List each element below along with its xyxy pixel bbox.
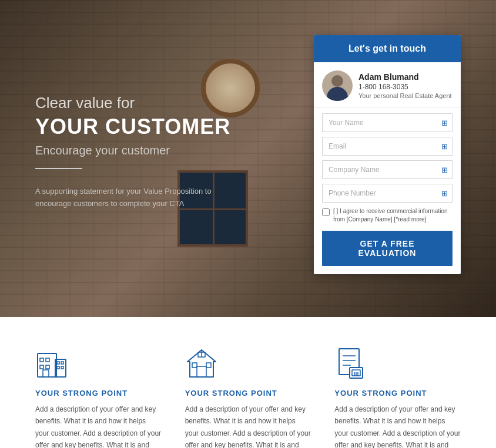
feature-item-3: YOUR STRONG POINT Add a description of y…: [334, 346, 461, 448]
agent-phone: 1-800 168-3035: [358, 83, 452, 91]
feature-desc-1: Add a description of your offer and key …: [35, 403, 162, 448]
svg-rect-8: [57, 362, 59, 364]
feature-item-2: YOUR STRONG POINT Add a description of y…: [185, 346, 311, 448]
feature-desc-3: Add a description of your offer and key …: [334, 403, 461, 448]
feature-title-3: YOUR STRONG POINT: [334, 389, 461, 398]
svg-rect-1: [40, 358, 43, 362]
hero-text-block: Clear value for YOUR CUSTOMER Encourage …: [35, 94, 247, 210]
contact-card: Let's get in touch Adam Blumand 1-800 16…: [314, 35, 461, 274]
svg-rect-3: [40, 365, 43, 369]
email-field-group: ⊞: [322, 137, 453, 156]
svg-rect-14: [192, 363, 197, 368]
svg-rect-15: [206, 363, 211, 368]
hero-sub-heading: Encourage your customer: [35, 144, 247, 157]
name-field-group: ⊞: [322, 113, 453, 132]
document-icon: [334, 346, 367, 379]
hero-tagline: Clear value for: [35, 94, 247, 112]
hero-main-heading: YOUR CUSTOMER: [35, 114, 247, 139]
company-icon: ⊞: [441, 166, 448, 174]
svg-rect-5: [43, 370, 49, 377]
company-field-group: ⊞: [322, 160, 453, 179]
feature-desc-2: Add a description of your offer and key …: [185, 403, 311, 448]
features-section: YOUR STRONG POINT Add a description of y…: [0, 317, 496, 448]
hero-divider: [35, 168, 82, 169]
svg-rect-4: [46, 365, 49, 369]
feature-title-1: YOUR STRONG POINT: [35, 389, 162, 398]
building-icon: [35, 346, 68, 379]
consent-checkbox[interactable]: [322, 208, 330, 216]
agent-details: Adam Blumand 1-800 168-3035 Your persona…: [358, 72, 452, 99]
name-input[interactable]: [322, 113, 453, 132]
svg-rect-13: [197, 366, 206, 377]
agent-name: Adam Blumand: [358, 72, 452, 82]
name-icon: ⊞: [441, 119, 448, 127]
svg-rect-11: [61, 366, 63, 369]
feature-title-2: YOUR STRONG POINT: [185, 389, 311, 398]
card-header: Let's get in touch: [314, 35, 461, 62]
avatar: [322, 70, 353, 101]
svg-rect-2: [46, 358, 49, 362]
agent-info: Adam Blumand 1-800 168-3035 Your persona…: [314, 62, 461, 107]
phone-input[interactable]: [322, 184, 453, 203]
contact-form: ⊞ ⊞ ⊞ ⊞ [ ] I agree to receive commercia…: [314, 107, 461, 274]
house-icon: [185, 346, 218, 379]
consent-label: [ ] I agree to receive commercial inform…: [333, 207, 453, 224]
consent-row: [ ] I agree to receive commercial inform…: [322, 207, 453, 224]
phone-field-group: ⊞: [322, 184, 453, 203]
email-icon: ⊞: [441, 142, 448, 151]
hero-support-text: A supporting statement for your Value Pr…: [35, 186, 247, 210]
company-input[interactable]: [322, 160, 453, 179]
agent-title: Your personal Real Estate Agent: [358, 92, 452, 99]
phone-icon: ⊞: [441, 189, 448, 198]
email-input[interactable]: [322, 137, 453, 156]
feature-item-1: YOUR STRONG POINT Add a description of y…: [35, 346, 162, 448]
svg-rect-10: [57, 366, 59, 369]
cta-button[interactable]: GET A FREE EVALUATION: [322, 231, 453, 266]
svg-rect-9: [61, 362, 63, 364]
hero-section: Clear value for YOUR CUSTOMER Encourage …: [0, 0, 496, 317]
